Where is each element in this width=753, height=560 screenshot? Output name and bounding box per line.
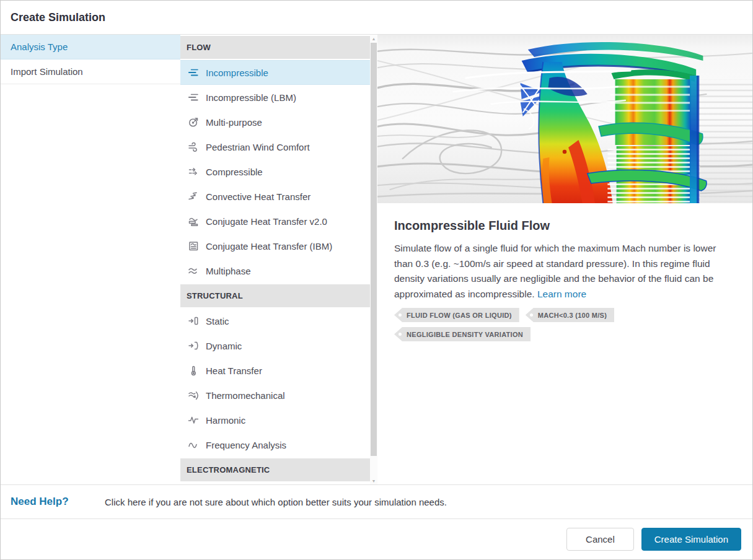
wind-swirl-icon bbox=[188, 141, 199, 152]
help-bar: Need Help? Click here if you are not sur… bbox=[1, 484, 752, 518]
type-item-dynamic[interactable]: Dynamic bbox=[180, 333, 370, 358]
analysis-type-list: FLOW Incompressible Incompressible (LBM) bbox=[180, 35, 377, 484]
type-item-harmonic[interactable]: Harmonic bbox=[180, 408, 370, 432]
flow-lines-icon bbox=[188, 67, 199, 78]
need-help-link[interactable]: Need Help? bbox=[11, 496, 105, 508]
cancel-button[interactable]: Cancel bbox=[566, 528, 634, 551]
type-item-multiphase[interactable]: Multiphase bbox=[180, 258, 370, 283]
type-item-label: Conjugate Heat Transfer v2.0 bbox=[206, 216, 327, 227]
type-item-convective-heat-transfer[interactable]: Convective Heat Transfer bbox=[180, 184, 370, 209]
tag-mach: MACH<0.3 (100 M/S) bbox=[526, 308, 614, 322]
convection-arrows-icon bbox=[188, 191, 199, 202]
type-item-label: Harmonic bbox=[206, 415, 245, 426]
tag-fluid-flow: FLUID FLOW (GAS OR LIQUID) bbox=[394, 308, 519, 322]
sidebar-item-import-simulation[interactable]: Import Simulation bbox=[1, 59, 180, 84]
target-arrow-icon bbox=[188, 116, 199, 128]
arrow-to-plate-icon bbox=[188, 315, 199, 326]
type-item-label: Incompressible (LBM) bbox=[206, 92, 296, 103]
flow-lines-icon bbox=[188, 92, 199, 103]
type-item-multi-purpose[interactable]: Multi-purpose bbox=[180, 110, 370, 134]
section-header-label: ELECTROMAGNETIC bbox=[187, 465, 270, 475]
learn-more-link[interactable]: Learn more bbox=[537, 289, 586, 299]
type-item-thermomechanical[interactable]: Thermomechanical bbox=[180, 383, 370, 408]
tag-dot bbox=[399, 313, 402, 317]
tag-label: NEGLIGIBLE DENSITY VARIATION bbox=[407, 331, 523, 338]
sidebar-item-label: Analysis Type bbox=[11, 42, 68, 52]
sidebar-item-label: Import Simulation bbox=[11, 66, 83, 77]
boxed-heat-icon bbox=[188, 240, 199, 252]
type-item-label: Thermomechanical bbox=[206, 390, 285, 401]
type-item-label: Pedestrian Wind Comfort bbox=[206, 142, 310, 152]
type-item-label: Incompressible bbox=[206, 68, 268, 78]
section-header-structural: STRUCTURAL bbox=[180, 284, 370, 307]
sidebar-item-analysis-type[interactable]: Analysis Type bbox=[1, 35, 180, 59]
type-item-incompressible[interactable]: Incompressible bbox=[180, 60, 370, 85]
tag-dot bbox=[399, 333, 402, 336]
type-item-label: Convective Heat Transfer bbox=[206, 191, 310, 202]
detail-panel: Incompressible Fluid Flow Simulate flow … bbox=[377, 35, 752, 484]
left-nav: Analysis Type Import Simulation bbox=[1, 35, 180, 484]
tag-label: MACH<0.3 (100 M/S) bbox=[538, 312, 607, 319]
double-wave-icon bbox=[188, 265, 199, 276]
section-header-label: STRUCTURAL bbox=[187, 291, 243, 300]
scroll-down-icon[interactable]: ▼ bbox=[370, 477, 377, 484]
scrollbar-thumb[interactable] bbox=[371, 43, 377, 456]
detail-description: Simulate flow of a single fluid for whic… bbox=[394, 241, 735, 302]
type-item-label: Static bbox=[206, 316, 229, 326]
dialog-footer: Cancel Create Simulation bbox=[1, 518, 752, 559]
analysis-type-list-inner: FLOW Incompressible Incompressible (LBM) bbox=[180, 36, 370, 481]
dialog-title: Create Simulation bbox=[11, 11, 105, 24]
type-item-frequency-analysis[interactable]: Frequency Analysis bbox=[180, 432, 370, 457]
type-item-label: Frequency Analysis bbox=[206, 440, 286, 450]
type-item-label: Compressible bbox=[206, 167, 263, 177]
type-item-label: Multiphase bbox=[206, 266, 251, 276]
type-item-incompressible-lbm[interactable]: Incompressible (LBM) bbox=[180, 85, 370, 110]
thermometer-icon bbox=[188, 365, 199, 376]
arrow-to-curved-plate-icon bbox=[188, 340, 199, 351]
type-item-static[interactable]: Static bbox=[180, 308, 370, 333]
tag-density: NEGLIGIBLE DENSITY VARIATION bbox=[394, 327, 531, 341]
tag-label: FLUID FLOW (GAS OR LIQUID) bbox=[407, 312, 512, 319]
thermo-arrows-icon bbox=[188, 390, 199, 401]
section-header-flow: FLOW bbox=[180, 36, 370, 59]
type-item-label: Heat Transfer bbox=[206, 365, 262, 376]
list-scrollbar[interactable]: ▲ ▼ bbox=[370, 35, 377, 484]
sine-wave-icon bbox=[188, 439, 199, 450]
type-item-pedestrian-wind-comfort[interactable]: Pedestrian Wind Comfort bbox=[180, 134, 370, 159]
type-item-conjugate-heat-transfer-ibm[interactable]: Conjugate Heat Transfer (IBM) bbox=[180, 234, 370, 258]
type-item-label: Conjugate Heat Transfer (IBM) bbox=[206, 241, 332, 252]
type-item-label: Multi-purpose bbox=[206, 117, 262, 128]
create-simulation-button[interactable]: Create Simulation bbox=[641, 528, 741, 551]
layered-plates-heat-icon bbox=[188, 216, 199, 227]
type-item-label: Dynamic bbox=[206, 341, 242, 351]
dialog-body: Analysis Type Import Simulation FLOW Inc… bbox=[1, 35, 752, 484]
create-simulation-dialog: Create Simulation Analysis Type Import S… bbox=[0, 0, 753, 560]
type-item-compressible[interactable]: Compressible bbox=[180, 159, 370, 184]
type-item-conjugate-heat-transfer-v2[interactable]: Conjugate Heat Transfer v2.0 bbox=[180, 209, 370, 234]
scroll-up-icon[interactable]: ▲ bbox=[370, 35, 377, 42]
pulse-icon bbox=[188, 414, 199, 426]
tag-dot bbox=[530, 313, 533, 317]
help-text[interactable]: Click here if you are not sure about whi… bbox=[105, 497, 447, 507]
detail-content: Incompressible Fluid Flow Simulate flow … bbox=[377, 203, 752, 341]
dashed-arrows-icon bbox=[188, 166, 199, 177]
dialog-header: Create Simulation bbox=[1, 1, 752, 35]
section-header-label: FLOW bbox=[187, 43, 211, 52]
tag-list: FLUID FLOW (GAS OR LIQUID) MACH<0.3 (100… bbox=[394, 308, 735, 341]
detail-title: Incompressible Fluid Flow bbox=[394, 219, 735, 233]
analysis-preview-image bbox=[377, 35, 752, 203]
section-header-electromagnetic: ELECTROMAGNETIC bbox=[180, 458, 370, 481]
type-item-heat-transfer[interactable]: Heat Transfer bbox=[180, 358, 370, 383]
